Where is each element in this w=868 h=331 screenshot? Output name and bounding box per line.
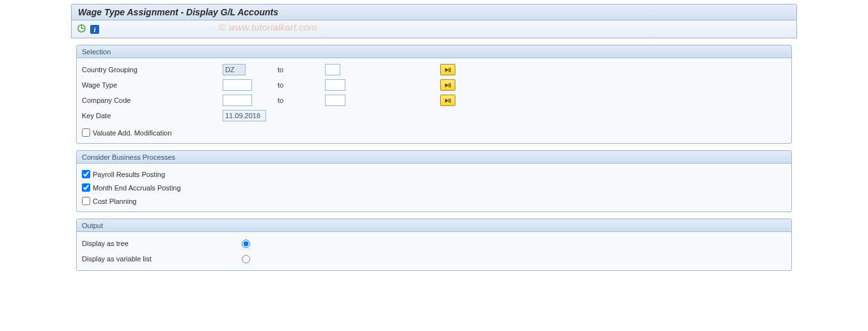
month-end-accruals-label: Month End Accruals Posting	[93, 184, 181, 192]
valuate-add-modification-checkbox[interactable]	[82, 128, 90, 137]
output-group: Output Display as tree Display as variab…	[76, 219, 792, 271]
application-toolbar: i © www.tutorialkart.com	[71, 20, 797, 38]
page-title: Wage Type Assignment - Display G/L Accou…	[78, 7, 278, 17]
country-grouping-to-input[interactable]	[325, 64, 340, 75]
key-date-input[interactable]	[223, 110, 266, 121]
cost-planning-checkbox[interactable]	[82, 197, 90, 205]
execute-icon[interactable]	[77, 24, 86, 35]
payroll-results-posting-label: Payroll Results Posting	[93, 171, 165, 178]
display-as-tree-label: Display as tree	[82, 240, 242, 247]
valuate-add-modification-label: Valuate Add. Modification	[93, 129, 171, 137]
company-code-multiple-selection-button[interactable]	[440, 95, 455, 106]
wage-type-from-input[interactable]	[223, 79, 252, 91]
wage-type-multiple-selection-button[interactable]	[440, 79, 455, 91]
wage-type-label: Wage Type	[82, 81, 223, 89]
country-grouping-label: Country Grouping	[82, 66, 223, 73]
watermark-text: © www.tutorialkart.com	[219, 22, 317, 33]
country-grouping-from-input[interactable]	[223, 64, 246, 75]
wage-type-to-label: to	[274, 81, 325, 89]
company-code-to-label: to	[274, 96, 325, 104]
output-heading: Output	[77, 219, 791, 232]
display-as-variable-list-label: Display as variable list	[82, 255, 242, 263]
company-code-from-input[interactable]	[223, 95, 252, 106]
selection-group: Selection Country Grouping to	[76, 45, 792, 144]
country-grouping-multiple-selection-button[interactable]	[440, 64, 455, 75]
display-as-tree-radio[interactable]	[242, 240, 250, 248]
info-icon[interactable]: i	[90, 25, 99, 34]
page-title-bar: Wage Type Assignment - Display G/L Accou…	[71, 4, 797, 20]
payroll-results-posting-checkbox[interactable]	[82, 170, 90, 178]
wage-type-to-input[interactable]	[325, 79, 345, 91]
display-as-variable-list-radio[interactable]	[242, 255, 250, 263]
processes-group: Consider Business Processes Payroll Resu…	[76, 150, 792, 212]
selection-heading: Selection	[77, 45, 791, 58]
processes-heading: Consider Business Processes	[77, 151, 791, 164]
month-end-accruals-checkbox[interactable]	[82, 183, 90, 192]
company-code-to-input[interactable]	[325, 95, 345, 106]
country-grouping-to-label: to	[274, 66, 325, 73]
company-code-label: Company Code	[82, 96, 223, 104]
key-date-label: Key Date	[82, 112, 223, 119]
cost-planning-label: Cost Planning	[93, 197, 137, 205]
